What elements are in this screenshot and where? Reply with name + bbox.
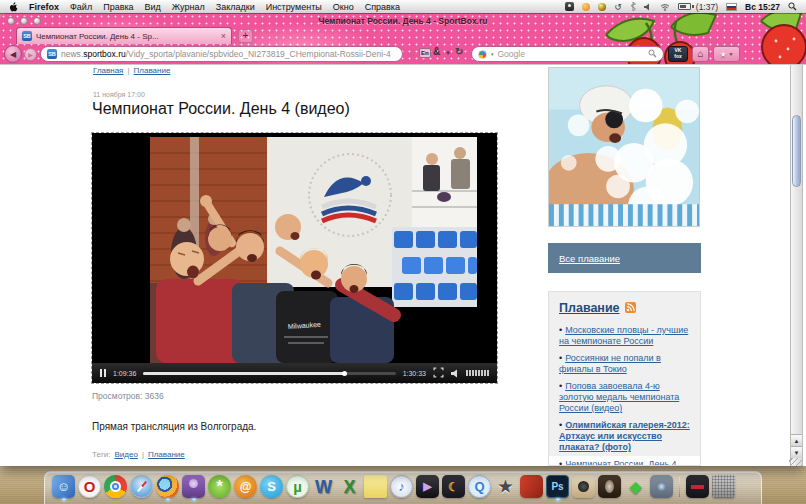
sidebar-news-item[interactable]: •Россиянки не попали в финалы в Токио <box>549 350 700 378</box>
mplayerx-icon[interactable]: ▶ <box>415 473 440 500</box>
moon-app-icon[interactable]: ☾ <box>441 473 466 500</box>
menu-item[interactable]: Справка <box>365 2 400 12</box>
home-button[interactable]: ⌂ <box>692 46 709 62</box>
menu-item[interactable]: Окно <box>333 2 354 12</box>
sidebar-news-link[interactable]: Чемпионат России. День 4 (видео) <box>559 459 677 466</box>
fullscreen-button[interactable] <box>433 364 444 382</box>
opera-icon[interactable]: O <box>77 473 102 500</box>
running-indicator <box>61 498 66 501</box>
video-progress-bar[interactable] <box>143 372 395 375</box>
excel-icon[interactable]: X <box>337 473 362 500</box>
tag-link[interactable]: Видео <box>115 450 138 459</box>
photobooth-icon[interactable] <box>649 473 674 500</box>
search-box[interactable]: ▼ Google <box>471 46 664 62</box>
media-app-icon[interactable] <box>685 473 710 500</box>
breadcrumb-link[interactable]: Плавание <box>134 66 171 75</box>
breadcrumb-link[interactable]: Главная <box>93 66 123 75</box>
sidebar-news-item[interactable]: •Олимпийская галерея-2012: Артхаус или и… <box>549 417 700 456</box>
vk-extension-button[interactable]: VK fox <box>668 46 688 62</box>
pause-button[interactable] <box>100 369 106 377</box>
tab-close-icon[interactable]: × <box>221 32 226 41</box>
apple-icon[interactable] <box>9 2 18 12</box>
quicktime-icon[interactable]: Q <box>467 473 492 500</box>
volume-icon[interactable] <box>451 364 459 382</box>
iphoto-icon[interactable] <box>571 473 596 500</box>
status-app-icon[interactable] <box>565 2 574 11</box>
menu-item[interactable]: Инструменты <box>266 2 322 12</box>
menu-item[interactable]: Вид <box>145 2 161 12</box>
new-tab-button[interactable]: + <box>238 29 253 43</box>
sidebar-news-link[interactable]: Россиянки не попали в финалы в Токио <box>559 353 661 374</box>
menu-clock[interactable]: Вс 15:27 <box>745 2 780 12</box>
wow-icon[interactable] <box>597 473 622 500</box>
window-resize-grip[interactable] <box>789 458 802 466</box>
window-minimize-button[interactable] <box>20 17 28 25</box>
menu-item[interactable]: Журнал <box>172 2 205 12</box>
scroll-up-button[interactable]: ▲ <box>791 434 802 446</box>
status-orange-icon[interactable] <box>582 3 590 11</box>
firefox-icon[interactable] <box>155 473 180 500</box>
sidebar-news-item[interactable]: •Чемпионат России. День 4 (видео) <box>549 456 700 466</box>
browser-tab[interactable]: SB Чемпионат России. День 4 - Sp... × <box>16 27 232 44</box>
bluetooth-icon[interactable] <box>630 2 636 11</box>
menu-item[interactable]: Файл <box>70 2 92 12</box>
sidebar-news-link[interactable]: Попова завоевала 4-ю золотую медаль чемп… <box>559 381 679 413</box>
video-progress-knob[interactable] <box>342 371 347 376</box>
scroll-down-button[interactable]: ▼ <box>791 446 802 458</box>
window-zoom-button[interactable] <box>33 17 41 25</box>
tag-link[interactable]: Плавание <box>148 450 185 459</box>
sidebar-news-item[interactable]: •Московские пловцы - лучшие на чемпионат… <box>549 322 700 350</box>
spotlight-icon[interactable] <box>788 2 797 11</box>
star-app-icon[interactable]: ★ <box>493 473 518 500</box>
volume-icon[interactable] <box>644 3 652 11</box>
menu-app-name[interactable]: Firefox <box>29 2 59 12</box>
menu-item[interactable]: Правка <box>103 2 133 12</box>
mailru-agent-icon[interactable] <box>181 473 206 500</box>
video-frame[interactable]: Milwaukee <box>92 133 497 363</box>
volume-level-bars[interactable] <box>466 370 489 376</box>
chrome-icon[interactable] <box>103 473 128 500</box>
sidebar-news-link[interactable]: Московские пловцы - лучшие на чемпионате… <box>559 325 688 346</box>
scrollbar-thumb[interactable] <box>792 115 801 187</box>
status-circle-icon[interactable] <box>598 3 606 11</box>
skype-icon[interactable]: S <box>259 473 284 500</box>
sync-history-icon[interactable]: ↺ <box>614 2 622 12</box>
url-bar[interactable]: SB news.sportbox.ru/Vidy_sporta/plavanie… <box>40 46 403 62</box>
mailru-icon[interactable]: @ <box>233 473 258 500</box>
safari-icon[interactable] <box>129 473 154 500</box>
trash-icon[interactable] <box>711 473 736 500</box>
back-button[interactable]: ◀ <box>4 45 22 63</box>
reload-button[interactable]: ↻ <box>455 46 463 57</box>
forward-button[interactable]: ▶ <box>24 48 37 61</box>
photoshop-icon[interactable]: Ps <box>545 473 570 500</box>
language-badge[interactable]: En <box>419 48 431 58</box>
scrollbar-track[interactable]: ▲ ▼ <box>790 65 803 466</box>
icq-icon[interactable]: * <box>207 473 232 500</box>
battery-icon[interactable]: (1:37) <box>678 2 718 12</box>
red-app-icon[interactable] <box>519 473 544 500</box>
wifi-icon[interactable] <box>660 3 670 11</box>
finder-icon[interactable]: ☺ <box>51 473 76 500</box>
bookmarks-menu-button[interactable]: ★▼ <box>713 46 740 62</box>
page-content: Главная|Плавание 11 ноября 17:00 Чемпион… <box>0 64 806 466</box>
video-player[interactable]: Milwaukee 1:09:36 1:30:33 <box>92 133 497 383</box>
utorrent-icon[interactable]: µ <box>285 473 310 500</box>
sidebar-news-link[interactable]: Олимпийская галерея-2012: Артхаус или ис… <box>559 420 690 452</box>
sims-icon[interactable]: ◆ <box>623 473 648 500</box>
window-close-button[interactable] <box>7 17 15 25</box>
keyboard-flag-ru-icon[interactable] <box>726 3 737 11</box>
bookmark-star-icon[interactable]: ☆ <box>407 48 415 58</box>
search-magnifier-icon[interactable] <box>648 49 657 60</box>
sidebar-news-item[interactable]: •Попова завоевала 4-ю золотую медаль чем… <box>549 378 700 417</box>
dropdown-caret-icon[interactable]: ▼ <box>445 50 451 56</box>
extension-amp-badge[interactable]: & <box>433 46 440 57</box>
views-count: Просмотров: 3636 <box>92 391 164 401</box>
stickies-icon[interactable] <box>363 473 388 500</box>
rss-icon[interactable] <box>625 299 636 317</box>
menu-item[interactable]: Закладки <box>216 2 255 12</box>
all-swimming-button[interactable]: Все плавание <box>548 243 701 273</box>
word-icon[interactable]: W <box>311 473 336 500</box>
itunes-icon[interactable]: ♪ <box>389 473 414 500</box>
sidebar-section-title[interactable]: Плавание <box>559 301 620 315</box>
search-engine-caret-icon[interactable]: ▼ <box>490 52 494 57</box>
